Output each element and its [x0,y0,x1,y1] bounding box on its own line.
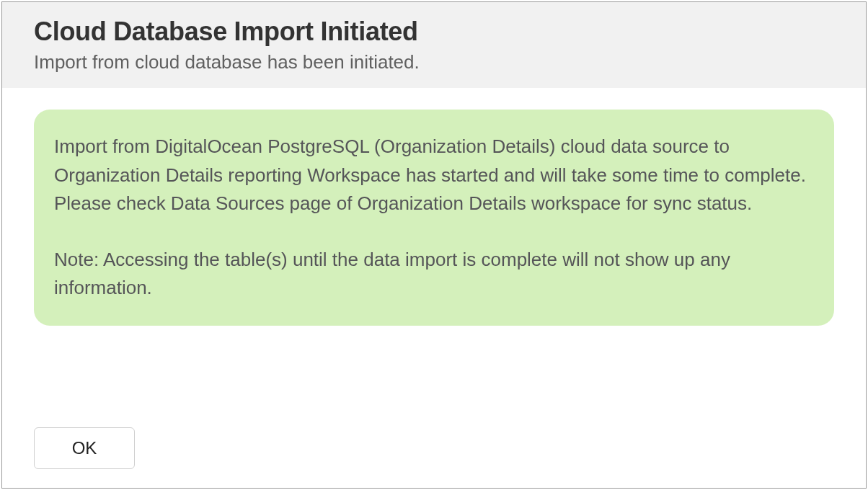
message-gap [54,218,814,246]
dialog-header: Cloud Database Import Initiated Import f… [2,2,866,88]
message-paragraph-2: Note: Accessing the table(s) until the d… [54,246,814,303]
dialog-body: Import from DigitalOcean PostgreSQL (Org… [2,88,866,427]
import-dialog: Cloud Database Import Initiated Import f… [1,1,867,489]
ok-button[interactable]: OK [34,427,135,469]
dialog-subtitle: Import from cloud database has been init… [34,51,834,74]
dialog-title: Cloud Database Import Initiated [34,17,834,47]
message-paragraph-1: Import from DigitalOcean PostgreSQL (Org… [54,133,814,218]
success-message-box: Import from DigitalOcean PostgreSQL (Org… [34,110,834,326]
dialog-footer: OK [2,427,866,488]
